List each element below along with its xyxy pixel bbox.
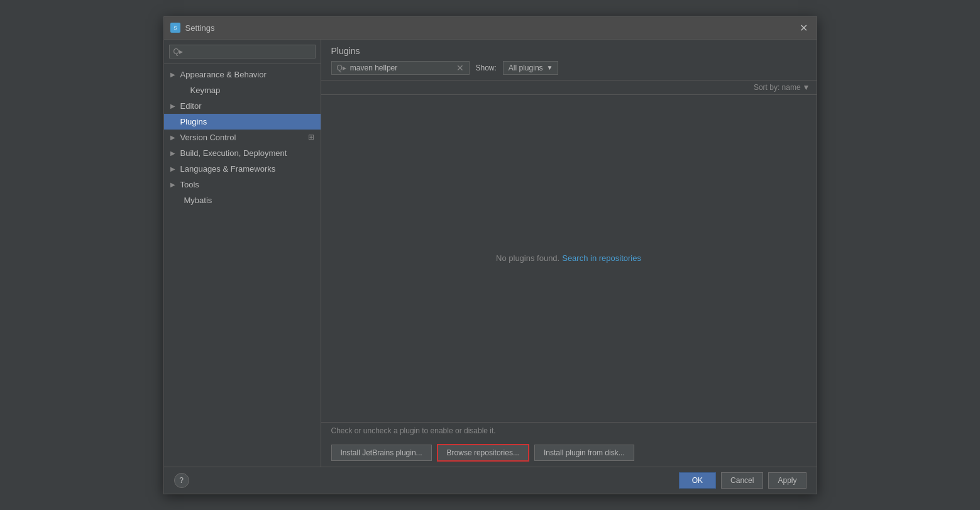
languages-arrow: ▶ — [170, 165, 177, 172]
sidebar-item-mybatis-label: Mybatis — [184, 196, 212, 205]
plugin-search-box[interactable]: Q▸ ✕ — [331, 61, 470, 75]
sidebar-item-editor-label: Editor — [180, 101, 202, 111]
sidebar-item-mybatis[interactable]: ▶ Mybatis — [164, 192, 321, 208]
sidebar-item-keymap-label: Keymap — [190, 86, 221, 95]
show-label: Show: — [476, 64, 497, 72]
plugin-search-clear[interactable]: ✕ — [456, 64, 464, 72]
dialog-footer: ? OK Cancel Apply — [164, 467, 817, 494]
sidebar-item-languages-label: Languages & Frameworks — [180, 164, 276, 174]
plugin-search-icon: Q▸ — [337, 64, 346, 72]
sort-by-arrow: ▼ — [803, 83, 810, 92]
tools-arrow: ▶ — [170, 181, 177, 188]
sidebar-item-appearance[interactable]: ▶ Appearance & Behavior — [164, 67, 321, 82]
sidebar-item-version-control-label: Version Control — [180, 133, 236, 142]
version-control-icon: ⊞ — [308, 133, 314, 141]
sort-by-label: Sort by: name — [754, 83, 801, 92]
sidebar-item-plugins-label: Plugins — [180, 117, 207, 126]
sidebar-item-keymap[interactable]: ▶ Keymap — [164, 82, 321, 98]
appearance-arrow: ▶ — [170, 71, 177, 78]
sidebar-search-box[interactable]: Q▸ — [169, 45, 316, 58]
sidebar-item-build[interactable]: ▶ Build, Execution, Deployment — [164, 145, 321, 161]
footer-buttons: Install JetBrains plugin... Browse repos… — [321, 439, 817, 467]
build-arrow: ▶ — [170, 150, 177, 157]
sort-bar: Sort by: name ▼ — [321, 80, 817, 95]
svg-text:S: S — [173, 25, 177, 31]
editor-arrow: ▶ — [170, 103, 177, 109]
show-dropdown[interactable]: All plugins ▼ — [503, 61, 559, 75]
sort-by-button[interactable]: Sort by: name ▼ — [754, 83, 810, 92]
app-icon: S — [170, 23, 180, 33]
plugin-search-input[interactable] — [350, 64, 453, 72]
dialog-body: Q▸ ▶ Appearance & Behavior ▶ Keymap ▶ Ed… — [164, 40, 817, 467]
search-in-repositories-link[interactable]: Search in repositories — [562, 253, 641, 263]
show-dropdown-value: All plugins — [509, 64, 543, 72]
install-jetbrains-button[interactable]: Install JetBrains plugin... — [331, 445, 432, 461]
plugins-footer: Check or uncheck a plugin to enable or d… — [321, 422, 817, 467]
sidebar-item-version-control[interactable]: ▶ Version Control ⊞ — [164, 130, 321, 145]
title-bar: S Settings ✕ — [164, 17, 817, 40]
install-from-disk-button[interactable]: Install plugin from disk... — [534, 445, 634, 461]
sidebar-item-tools-label: Tools — [180, 180, 199, 189]
settings-dialog: S Settings ✕ Q▸ ▶ Appearance & Behavior — [163, 16, 817, 494]
sidebar-item-plugins[interactable]: ▶ Plugins — [164, 114, 321, 130]
plugins-list-area: No plugins found. Search in repositories — [321, 95, 817, 422]
sidebar: Q▸ ▶ Appearance & Behavior ▶ Keymap ▶ Ed… — [164, 40, 321, 467]
footer-hint: Check or uncheck a plugin to enable or d… — [321, 423, 817, 439]
sidebar-item-tools[interactable]: ▶ Tools — [164, 177, 321, 192]
sidebar-item-build-label: Build, Execution, Deployment — [180, 148, 287, 158]
ok-button[interactable]: OK — [679, 472, 716, 489]
version-control-arrow: ▶ — [170, 134, 177, 141]
sidebar-nav: ▶ Appearance & Behavior ▶ Keymap ▶ Edito… — [164, 64, 321, 467]
sidebar-search-area: Q▸ — [164, 40, 321, 64]
main-content: Plugins Q▸ ✕ Show: All plugins ▼ — [321, 40, 817, 467]
plugins-toolbar: Q▸ ✕ Show: All plugins ▼ — [331, 61, 807, 75]
sidebar-search-input[interactable] — [185, 47, 311, 56]
sidebar-item-languages[interactable]: ▶ Languages & Frameworks — [164, 161, 321, 177]
sidebar-item-appearance-label: Appearance & Behavior — [180, 70, 267, 79]
help-button[interactable]: ? — [174, 473, 189, 488]
title-bar-left: S Settings — [170, 23, 215, 33]
plugins-header: Plugins Q▸ ✕ Show: All plugins ▼ — [321, 40, 817, 80]
no-plugins-row: No plugins found. Search in repositories — [496, 253, 641, 263]
browse-repositories-button[interactable]: Browse repositories... — [437, 444, 529, 462]
close-button[interactable]: ✕ — [798, 21, 810, 34]
sidebar-search-icon: Q▸ — [173, 47, 183, 56]
sidebar-item-editor[interactable]: ▶ Editor — [164, 98, 321, 114]
cancel-button[interactable]: Cancel — [721, 472, 763, 489]
apply-button[interactable]: Apply — [768, 472, 806, 489]
dialog-title: Settings — [185, 23, 215, 33]
plugins-title: Plugins — [331, 46, 807, 56]
no-plugins-text: No plugins found. — [496, 253, 559, 263]
show-dropdown-arrow: ▼ — [547, 64, 553, 71]
